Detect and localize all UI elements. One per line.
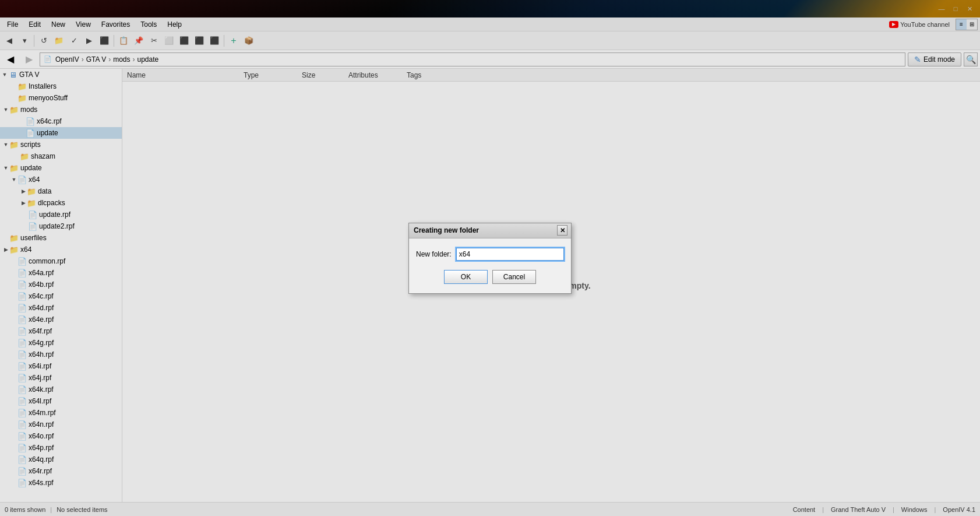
dialog-body: New folder: OK Cancel xyxy=(409,238,571,293)
dialog-cancel-button[interactable]: Cancel xyxy=(492,270,536,284)
dialog-overlay: Creating new folder ✕ New folder: OK Can… xyxy=(0,0,980,516)
dialog-row: New folder: xyxy=(416,248,564,261)
dialog-titlebar: Creating new folder ✕ xyxy=(409,223,571,238)
new-folder-dialog: Creating new folder ✕ New folder: OK Can… xyxy=(408,223,572,294)
dialog-folder-label: New folder: xyxy=(416,250,452,258)
dialog-title: Creating new folder xyxy=(414,226,479,234)
dialog-close-button[interactable]: ✕ xyxy=(557,225,567,236)
dialog-buttons: OK Cancel xyxy=(416,270,564,284)
dialog-ok-button[interactable]: OK xyxy=(444,270,488,284)
new-folder-input[interactable] xyxy=(456,248,564,261)
